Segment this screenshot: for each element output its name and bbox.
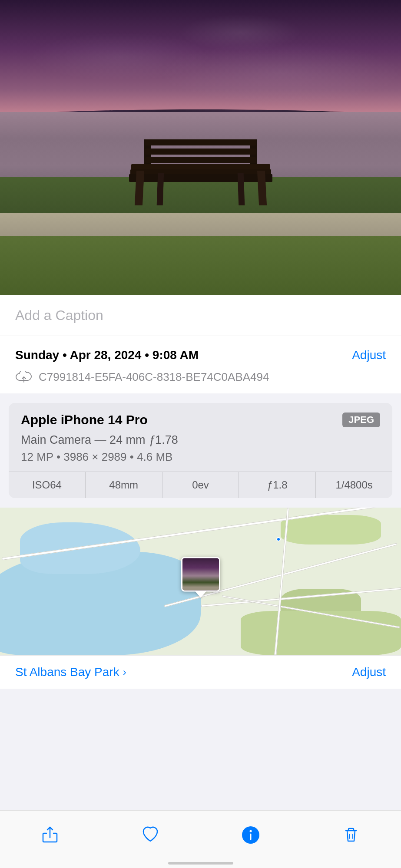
photo-date: Sunday • Apr 28, 2024 • 9:08 AM <box>15 348 199 362</box>
favorite-button[interactable] <box>122 819 179 851</box>
map-park-1 <box>281 515 381 545</box>
adjust-date-button[interactable]: Adjust <box>352 348 386 362</box>
map-pin-triangle <box>195 591 207 598</box>
exif-aperture: ƒ1.8 <box>239 472 316 498</box>
delete-button[interactable] <box>322 819 380 851</box>
svg-point-4 <box>249 830 252 832</box>
camera-specs: 12 MP • 3986 × 2989 • 4.6 MB <box>21 450 380 464</box>
location-link[interactable]: St Albans Bay Park › <box>15 665 126 679</box>
exif-exposure: 0ev <box>162 472 239 498</box>
map-photo-pin <box>181 557 220 598</box>
exif-focal-length: 48mm <box>86 472 162 498</box>
bench-illustration <box>123 136 279 205</box>
map-view[interactable] <box>0 508 401 655</box>
camera-card: Apple iPhone 14 Pro JPEG Main Camera — 2… <box>9 403 392 498</box>
adjust-location-button[interactable]: Adjust <box>352 665 386 679</box>
chevron-right-icon: › <box>123 666 126 678</box>
map-section[interactable]: St Albans Bay Park › Adjust <box>0 508 401 689</box>
camera-model: Apple iPhone 14 Pro <box>21 413 148 427</box>
caption-area[interactable]: Add a Caption <box>0 295 401 336</box>
file-id: C7991814-E5FA-406C-8318-BE74C0ABA494 <box>39 369 269 385</box>
info-button[interactable] <box>222 819 279 851</box>
bottom-toolbar <box>0 810 401 868</box>
heart-icon <box>139 824 162 846</box>
map-pin-thumbnail <box>181 557 220 592</box>
share-button[interactable] <box>21 819 79 851</box>
home-indicator <box>168 862 233 865</box>
camera-lens: Main Camera — 24 mm ƒ1.78 <box>21 433 380 447</box>
trash-icon <box>340 824 362 846</box>
caption-placeholder[interactable]: Add a Caption <box>15 307 103 323</box>
share-icon <box>39 824 61 846</box>
exif-row: ISO64 48mm 0ev ƒ1.8 1/4800s <box>9 472 392 498</box>
metadata-section: Sunday • Apr 28, 2024 • 9:08 AM Adjust C… <box>0 336 401 397</box>
map-footer: St Albans Bay Park › Adjust <box>0 655 401 689</box>
exif-iso: ISO64 <box>9 472 86 498</box>
map-park-3 <box>241 611 401 655</box>
cloud-icon <box>15 371 33 385</box>
format-badge: JPEG <box>342 413 380 427</box>
photo-view <box>0 0 401 295</box>
camera-section: Apple iPhone 14 Pro JPEG Main Camera — 2… <box>0 397 401 508</box>
info-icon <box>239 824 262 846</box>
location-name-text: St Albans Bay Park <box>15 665 119 679</box>
exif-shutter: 1/4800s <box>316 472 392 498</box>
